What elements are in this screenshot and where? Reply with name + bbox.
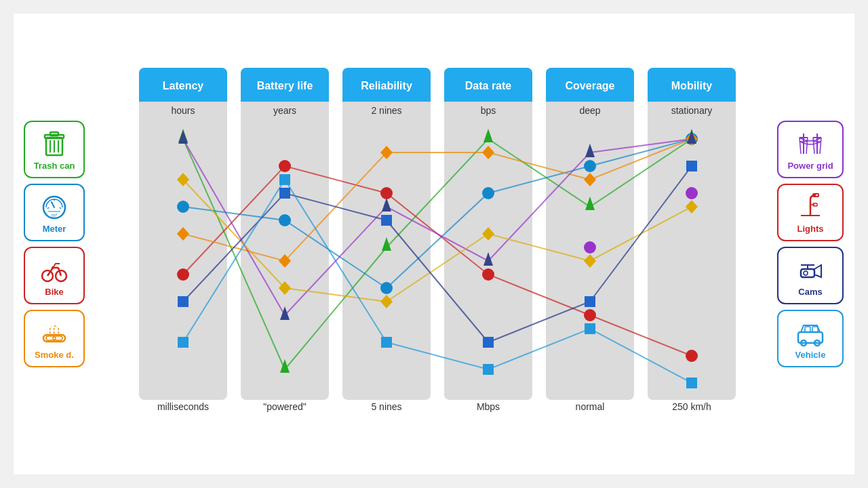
dp-cams-latency xyxy=(178,296,189,307)
dp-meter-latency xyxy=(177,201,189,213)
dp-cams-battery xyxy=(279,188,290,199)
icon-box-trash-can: Trash can xyxy=(24,121,85,178)
main-container: Trash can m³ Meter xyxy=(14,14,854,474)
icon-box-power-grid: Power grid xyxy=(777,121,844,178)
svg-line-10 xyxy=(47,207,49,209)
lights-icon xyxy=(795,191,825,221)
dp-bike-coverage xyxy=(584,309,596,321)
left-icons: Trash can m³ Meter xyxy=(20,121,88,367)
vehicle-icon xyxy=(795,317,825,347)
svg-text:2 nines: 2 nines xyxy=(371,105,401,116)
vehicle-label: Vehicle xyxy=(795,350,826,360)
dp-bike-latency xyxy=(177,268,189,281)
svg-line-64 xyxy=(820,138,821,154)
svg-text:Data rate: Data rate xyxy=(465,80,512,92)
dp-vehicle-latency xyxy=(178,337,189,348)
svg-text:Coverage: Coverage xyxy=(566,80,615,92)
meter-label: Meter xyxy=(43,224,66,234)
dp-bike-reliability xyxy=(380,187,393,199)
svg-rect-43 xyxy=(546,68,634,400)
power-grid-label: Power grid xyxy=(787,161,833,171)
dp-vehicle-battery xyxy=(279,174,290,185)
svg-line-58 xyxy=(800,138,801,154)
svg-text:years: years xyxy=(273,105,296,116)
dp-purple-coverage xyxy=(584,241,596,253)
svg-text:milliseconds: milliseconds xyxy=(157,401,209,412)
dp-bike-mobility xyxy=(686,350,698,362)
dp-vehicle-datarate xyxy=(483,364,494,375)
svg-text:250 km/h: 250 km/h xyxy=(672,401,711,412)
col-coverage: Coverage deep normal xyxy=(546,68,634,412)
right-icons: Power grid Lights xyxy=(773,121,848,367)
svg-text:Mobility: Mobility xyxy=(671,80,713,92)
trash-can-icon xyxy=(39,128,69,158)
svg-point-18 xyxy=(53,337,56,340)
dp-vehicle-coverage xyxy=(585,323,595,334)
svg-text:Battery life: Battery life xyxy=(257,80,313,92)
bike-icon xyxy=(39,254,69,284)
cams-icon xyxy=(795,254,825,284)
svg-text:Latency: Latency xyxy=(163,80,204,92)
svg-marker-71 xyxy=(814,265,821,277)
svg-text:stationary: stationary xyxy=(671,105,713,116)
dp-cams-datarate xyxy=(483,337,494,348)
dp-meter-coverage xyxy=(584,160,596,172)
dp-meter-reliability xyxy=(380,282,393,294)
dp-bike-battery xyxy=(279,160,291,172)
smoke-detector-label: Smoke d. xyxy=(35,350,74,360)
svg-text:deep: deep xyxy=(579,105,600,116)
icon-box-lights: Lights xyxy=(777,184,844,241)
svg-rect-2 xyxy=(50,132,58,136)
power-grid-icon xyxy=(795,128,825,158)
svg-line-12 xyxy=(60,207,61,209)
dp-cams-mobility xyxy=(686,161,697,171)
trash-can-label: Trash can xyxy=(34,161,75,171)
dp-vehicle-mobility xyxy=(686,378,697,388)
svg-text:m³: m³ xyxy=(52,213,58,218)
svg-text:Mbps: Mbps xyxy=(477,401,500,412)
dp-bike-datarate xyxy=(482,268,494,281)
meter-icon: m³ xyxy=(39,191,69,221)
svg-point-72 xyxy=(804,271,808,275)
svg-text:bps: bps xyxy=(481,105,496,116)
cams-label: Cams xyxy=(798,287,822,297)
icon-box-bike: Bike xyxy=(24,247,85,304)
dp-cams-coverage xyxy=(585,296,595,307)
dp-purple-mobility xyxy=(686,187,698,199)
svg-text:"powered": "powered" xyxy=(263,401,307,412)
icon-box-meter: m³ Meter xyxy=(24,184,85,241)
svg-text:5 nines: 5 nines xyxy=(371,401,401,412)
svg-point-15 xyxy=(52,266,54,269)
smoke-detector-icon xyxy=(39,317,69,347)
dp-vehicle-reliability xyxy=(381,337,392,348)
chart-svg: Latency hours milliseconds Battery life … xyxy=(92,27,770,461)
dp-cams-reliability xyxy=(381,215,392,226)
svg-rect-25 xyxy=(241,68,329,400)
svg-text:normal: normal xyxy=(576,401,605,412)
dp-meter-battery xyxy=(279,214,291,226)
svg-text:hours: hours xyxy=(171,105,195,116)
svg-text:Reliability: Reliability xyxy=(361,80,412,92)
dp-meter-datarate xyxy=(482,187,494,199)
svg-line-8 xyxy=(52,202,54,207)
icon-box-vehicle: Vehicle xyxy=(777,310,844,367)
bike-label: Bike xyxy=(45,287,63,297)
icon-box-smoke-detector: Smoke d. xyxy=(24,310,85,367)
lights-label: Lights xyxy=(797,224,824,234)
chart-area: Latency hours milliseconds Battery life … xyxy=(88,27,773,461)
icon-box-cams: Cams xyxy=(777,247,844,304)
